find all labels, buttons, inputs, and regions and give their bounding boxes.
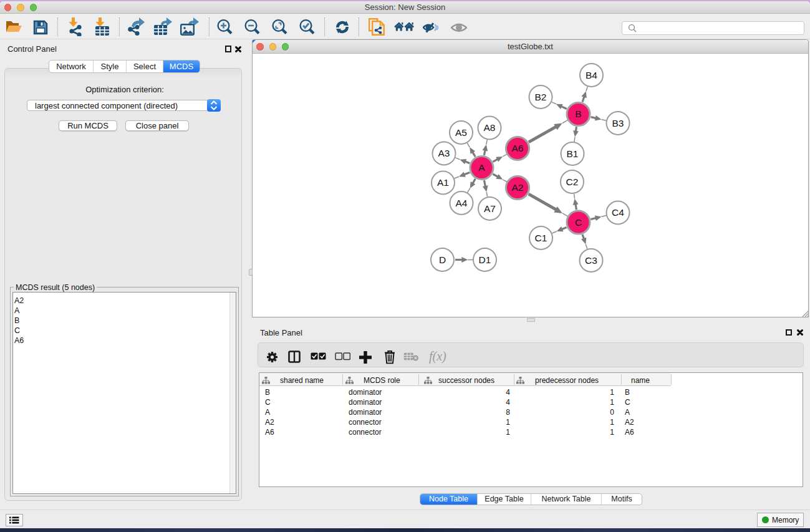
svg-text:C: C (575, 217, 582, 228)
svg-text:B3: B3 (612, 118, 624, 128)
svg-text:A2: A2 (512, 182, 524, 193)
svg-text:C2: C2 (566, 177, 579, 187)
svg-text:B1: B1 (567, 148, 579, 159)
svg-text:A7: A7 (484, 203, 496, 214)
svg-text:A4: A4 (456, 198, 468, 208)
svg-text:A8: A8 (484, 122, 496, 133)
svg-text:B: B (575, 109, 581, 119)
svg-text:A: A (478, 162, 485, 173)
svg-text:A1: A1 (437, 177, 449, 188)
svg-text:B2: B2 (535, 92, 547, 102)
svg-text:C3: C3 (585, 255, 597, 266)
svg-text:D: D (439, 254, 446, 265)
svg-text:A6: A6 (512, 143, 524, 153)
svg-text:C1: C1 (535, 233, 547, 243)
svg-text:A5: A5 (455, 127, 467, 138)
svg-text:B4: B4 (586, 70, 597, 80)
svg-text:C4: C4 (612, 207, 624, 218)
svg-text:D1: D1 (479, 254, 491, 265)
svg-text:A3: A3 (438, 148, 450, 158)
